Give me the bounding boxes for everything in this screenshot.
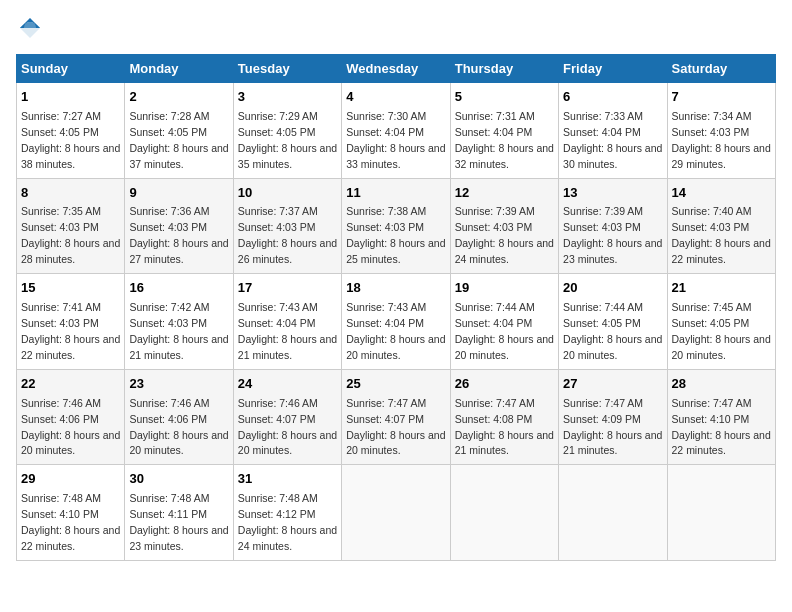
logo-icon	[16, 14, 44, 42]
sunset-info: Sunset: 4:04 PM	[346, 317, 424, 329]
sunset-info: Sunset: 4:03 PM	[346, 221, 424, 233]
logo	[16, 16, 46, 44]
sunrise-info: Sunrise: 7:40 AM	[672, 205, 752, 217]
table-row: 27Sunrise: 7:47 AMSunset: 4:09 PMDayligh…	[559, 369, 667, 465]
sunrise-info: Sunrise: 7:27 AM	[21, 110, 101, 122]
daylight-info: Daylight: 8 hours and 22 minutes.	[21, 333, 120, 361]
daylight-info: Daylight: 8 hours and 22 minutes.	[21, 524, 120, 552]
sunset-info: Sunset: 4:05 PM	[129, 126, 207, 138]
sunset-info: Sunset: 4:05 PM	[238, 126, 316, 138]
table-row: 19Sunrise: 7:44 AMSunset: 4:04 PMDayligh…	[450, 274, 558, 370]
sunrise-info: Sunrise: 7:37 AM	[238, 205, 318, 217]
daylight-info: Daylight: 8 hours and 26 minutes.	[238, 237, 337, 265]
sunset-info: Sunset: 4:04 PM	[563, 126, 641, 138]
sunrise-info: Sunrise: 7:47 AM	[346, 397, 426, 409]
col-saturday: Saturday	[667, 55, 775, 83]
sunset-info: Sunset: 4:09 PM	[563, 413, 641, 425]
daylight-info: Daylight: 8 hours and 33 minutes.	[346, 142, 445, 170]
sunrise-info: Sunrise: 7:46 AM	[21, 397, 101, 409]
sunset-info: Sunset: 4:06 PM	[129, 413, 207, 425]
daylight-info: Daylight: 8 hours and 20 minutes.	[455, 333, 554, 361]
daylight-info: Daylight: 8 hours and 21 minutes.	[129, 333, 228, 361]
page-header	[16, 16, 776, 44]
day-number: 28	[672, 375, 771, 394]
sunset-info: Sunset: 4:07 PM	[346, 413, 424, 425]
daylight-info: Daylight: 8 hours and 20 minutes.	[563, 333, 662, 361]
sunrise-info: Sunrise: 7:48 AM	[129, 492, 209, 504]
table-row: 4Sunrise: 7:30 AMSunset: 4:04 PMDaylight…	[342, 83, 450, 179]
day-number: 9	[129, 184, 228, 203]
daylight-info: Daylight: 8 hours and 22 minutes.	[672, 429, 771, 457]
daylight-info: Daylight: 8 hours and 35 minutes.	[238, 142, 337, 170]
table-row: 3Sunrise: 7:29 AMSunset: 4:05 PMDaylight…	[233, 83, 341, 179]
daylight-info: Daylight: 8 hours and 29 minutes.	[672, 142, 771, 170]
daylight-info: Daylight: 8 hours and 21 minutes.	[238, 333, 337, 361]
sunrise-info: Sunrise: 7:45 AM	[672, 301, 752, 313]
col-thursday: Thursday	[450, 55, 558, 83]
daylight-info: Daylight: 8 hours and 20 minutes.	[346, 429, 445, 457]
table-row: 1Sunrise: 7:27 AMSunset: 4:05 PMDaylight…	[17, 83, 125, 179]
calendar-week-row: 1Sunrise: 7:27 AMSunset: 4:05 PMDaylight…	[17, 83, 776, 179]
day-number: 11	[346, 184, 445, 203]
sunrise-info: Sunrise: 7:47 AM	[563, 397, 643, 409]
daylight-info: Daylight: 8 hours and 25 minutes.	[346, 237, 445, 265]
daylight-info: Daylight: 8 hours and 24 minutes.	[238, 524, 337, 552]
col-monday: Monday	[125, 55, 233, 83]
calendar-week-row: 15Sunrise: 7:41 AMSunset: 4:03 PMDayligh…	[17, 274, 776, 370]
day-number: 16	[129, 279, 228, 298]
sunset-info: Sunset: 4:04 PM	[455, 317, 533, 329]
table-row: 9Sunrise: 7:36 AMSunset: 4:03 PMDaylight…	[125, 178, 233, 274]
table-row: 13Sunrise: 7:39 AMSunset: 4:03 PMDayligh…	[559, 178, 667, 274]
sunset-info: Sunset: 4:10 PM	[21, 508, 99, 520]
sunrise-info: Sunrise: 7:47 AM	[455, 397, 535, 409]
sunrise-info: Sunrise: 7:43 AM	[346, 301, 426, 313]
daylight-info: Daylight: 8 hours and 21 minutes.	[455, 429, 554, 457]
calendar-week-row: 29Sunrise: 7:48 AMSunset: 4:10 PMDayligh…	[17, 465, 776, 561]
sunrise-info: Sunrise: 7:29 AM	[238, 110, 318, 122]
table-row: 31Sunrise: 7:48 AMSunset: 4:12 PMDayligh…	[233, 465, 341, 561]
daylight-info: Daylight: 8 hours and 20 minutes.	[129, 429, 228, 457]
day-number: 26	[455, 375, 554, 394]
day-number: 3	[238, 88, 337, 107]
table-row: 26Sunrise: 7:47 AMSunset: 4:08 PMDayligh…	[450, 369, 558, 465]
daylight-info: Daylight: 8 hours and 23 minutes.	[129, 524, 228, 552]
table-row: 2Sunrise: 7:28 AMSunset: 4:05 PMDaylight…	[125, 83, 233, 179]
sunset-info: Sunset: 4:08 PM	[455, 413, 533, 425]
table-row: 30Sunrise: 7:48 AMSunset: 4:11 PMDayligh…	[125, 465, 233, 561]
sunset-info: Sunset: 4:03 PM	[672, 126, 750, 138]
day-number: 1	[21, 88, 120, 107]
table-row: 16Sunrise: 7:42 AMSunset: 4:03 PMDayligh…	[125, 274, 233, 370]
day-number: 6	[563, 88, 662, 107]
table-row: 11Sunrise: 7:38 AMSunset: 4:03 PMDayligh…	[342, 178, 450, 274]
table-row: 25Sunrise: 7:47 AMSunset: 4:07 PMDayligh…	[342, 369, 450, 465]
sunrise-info: Sunrise: 7:39 AM	[563, 205, 643, 217]
sunset-info: Sunset: 4:05 PM	[21, 126, 99, 138]
sunset-info: Sunset: 4:06 PM	[21, 413, 99, 425]
table-row: 14Sunrise: 7:40 AMSunset: 4:03 PMDayligh…	[667, 178, 775, 274]
sunset-info: Sunset: 4:03 PM	[672, 221, 750, 233]
day-number: 17	[238, 279, 337, 298]
sunrise-info: Sunrise: 7:42 AM	[129, 301, 209, 313]
table-row: 12Sunrise: 7:39 AMSunset: 4:03 PMDayligh…	[450, 178, 558, 274]
day-number: 21	[672, 279, 771, 298]
sunrise-info: Sunrise: 7:41 AM	[21, 301, 101, 313]
daylight-info: Daylight: 8 hours and 21 minutes.	[563, 429, 662, 457]
daylight-info: Daylight: 8 hours and 32 minutes.	[455, 142, 554, 170]
day-number: 8	[21, 184, 120, 203]
table-row: 8Sunrise: 7:35 AMSunset: 4:03 PMDaylight…	[17, 178, 125, 274]
day-number: 13	[563, 184, 662, 203]
sunrise-info: Sunrise: 7:36 AM	[129, 205, 209, 217]
daylight-info: Daylight: 8 hours and 24 minutes.	[455, 237, 554, 265]
sunrise-info: Sunrise: 7:48 AM	[238, 492, 318, 504]
day-number: 23	[129, 375, 228, 394]
daylight-info: Daylight: 8 hours and 37 minutes.	[129, 142, 228, 170]
col-friday: Friday	[559, 55, 667, 83]
table-row: 6Sunrise: 7:33 AMSunset: 4:04 PMDaylight…	[559, 83, 667, 179]
sunrise-info: Sunrise: 7:48 AM	[21, 492, 101, 504]
sunrise-info: Sunrise: 7:34 AM	[672, 110, 752, 122]
day-number: 10	[238, 184, 337, 203]
day-number: 12	[455, 184, 554, 203]
sunrise-info: Sunrise: 7:33 AM	[563, 110, 643, 122]
calendar-week-row: 22Sunrise: 7:46 AMSunset: 4:06 PMDayligh…	[17, 369, 776, 465]
sunset-info: Sunset: 4:05 PM	[672, 317, 750, 329]
